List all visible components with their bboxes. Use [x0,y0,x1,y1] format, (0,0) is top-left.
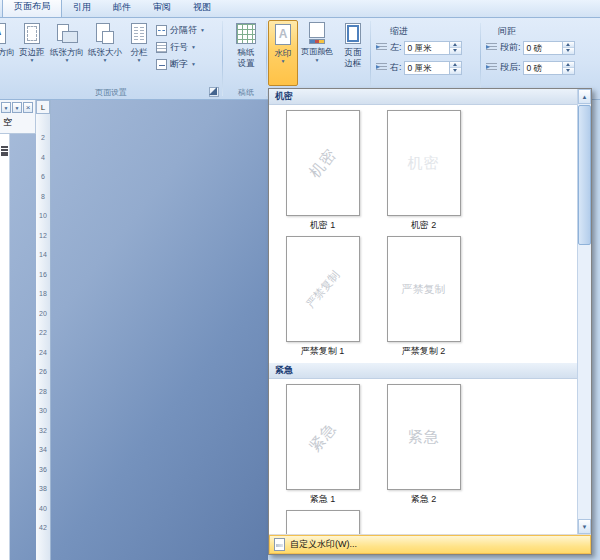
ruler-number: 30 [36,401,50,421]
tab-review[interactable]: 审阅 [142,0,182,17]
paper-size-label: 纸张大小 [88,47,122,57]
ruler-number: 16 [36,265,50,285]
group-page-background: A 水印 ▼ 页面颜色 ▼ 页面 边框 [268,18,372,99]
watermark-option[interactable]: 机密 机密 1 [272,110,373,232]
group-page-setup: A 文字方向 ▼ 页边距 ▼ 纸张方向 ▼ 纸张大小 ▼ [0,18,222,99]
gallery-scrollbar[interactable]: ▲ ▼ [577,89,591,534]
breaks-label: 分隔符 [170,24,197,37]
page-borders-label-2: 边框 [345,58,362,68]
dropdown-button[interactable]: ▼ [1,102,11,113]
ribbon-tab-bar: 页面布局 引用 邮件 审阅 视图 [0,0,600,18]
ruler-number: 42 [36,518,50,538]
group-paragraph: 缩进 左: 0 厘米 右: 0 厘米 间距 [374,18,592,99]
indent-right-value[interactable]: 0 厘米 [405,62,449,74]
breaks-button[interactable]: 分隔符 ▼ [156,23,205,38]
margins-button[interactable]: 页边距 ▼ [16,20,48,86]
task-pane-item[interactable]: 空 [3,116,35,129]
page-color-label: 页面颜色 [301,47,333,57]
close-icon[interactable]: × [23,102,33,113]
hyphenation-button[interactable]: 断字 ▼ [156,57,205,72]
paper-size-icon [93,22,117,46]
scroll-up-button[interactable]: ▲ [578,89,591,104]
indent-right-label: 右: [390,61,402,74]
ruler-number: 6 [36,167,50,187]
gallery-section-header-confidential: 机密 [269,89,577,105]
watermark-gallery: 机密 机密 机密 1 机密 机密 2 严禁复制 [268,88,592,555]
watermark-button[interactable]: A 水印 ▼ [268,20,298,86]
hyphenation-label: 断字 [170,58,188,71]
dropdown-button[interactable]: ▼ [12,102,22,113]
text-direction-label: 文字方向 [0,47,15,57]
spin-down-button[interactable] [450,47,461,54]
indent-heading: 缩进 [390,25,408,38]
tab-selector[interactable]: L [36,100,50,114]
page-color-button[interactable]: 页面颜色 ▼ [298,20,336,86]
indent-right-spinner[interactable]: 0 厘米 [404,61,462,75]
columns-icon [127,22,151,46]
ruler-number: 40 [36,499,50,519]
spinner-buttons[interactable] [449,62,461,74]
spacing-after-spinner[interactable]: 0 磅 [523,61,575,75]
paper-size-button[interactable]: 纸张大小 ▼ [86,20,124,86]
ruler-number: 18 [36,284,50,304]
ruler-number: 12 [36,226,50,246]
spinner-buttons[interactable] [449,42,461,54]
watermark-text: 紧急 [408,428,440,447]
spacing-after-icon [486,63,497,72]
page-borders-icon [341,22,365,46]
scroll-down-button[interactable]: ▼ [578,519,591,534]
text-direction-button[interactable]: A 文字方向 ▼ [0,20,16,86]
page-borders-button[interactable]: 页面 边框 [336,20,370,86]
gallery-section-header-urgent: 紧急 [269,363,577,379]
page-setup-dialog-launcher[interactable] [209,87,219,97]
watermark-text: 紧急 [305,419,340,456]
watermark-option-label: 紧急 2 [411,493,437,506]
tab-page-layout[interactable]: 页面布局 [2,0,62,17]
watermark-option[interactable]: 严禁复制 严禁复制 1 [272,236,373,358]
spacing-before-spinner[interactable]: 0 磅 [523,41,575,55]
line-numbers-button[interactable]: 行号 ▼ [156,40,205,55]
ruler-number: 26 [36,362,50,382]
ruler-numbers: 24681012141618202224262830323436384042 [36,128,50,538]
ruler-number: 38 [36,479,50,499]
chevron-down-icon: ▼ [30,58,35,63]
spin-down-button[interactable] [450,67,461,74]
ruler-number: 36 [36,460,50,480]
watermark-option-label: 机密 1 [310,219,336,232]
watermark-thumbnail: 机密 [286,110,360,216]
ruler-number: 24 [36,343,50,363]
page-color-icon [305,22,329,46]
tab-references[interactable]: 引用 [62,0,102,17]
indent-left-spinner[interactable]: 0 厘米 [404,41,462,55]
chevron-down-icon: ▼ [103,58,108,63]
custom-watermark-item[interactable]: 自定义水印(W)... [269,534,591,554]
tab-view[interactable]: 视图 [182,0,222,17]
ruler-number: 14 [36,245,50,265]
spacing-after-value[interactable]: 0 磅 [524,62,562,74]
scrollbar-thumb[interactable] [578,105,591,245]
spin-down-button[interactable] [563,47,574,54]
indent-left-value[interactable]: 0 厘米 [405,42,449,54]
group-label-paper: 稿纸 [224,87,268,98]
text-direction-icon: A [0,22,10,46]
group-paper: 稿纸 设置 稿纸 [224,18,268,99]
watermark-option[interactable]: 机密 机密 2 [373,110,474,232]
orientation-button[interactable]: 纸张方向 ▼ [48,20,86,86]
watermark-option[interactable]: 紧急 紧急 2 [373,384,474,506]
spacing-before-value[interactable]: 0 磅 [524,42,562,54]
columns-button[interactable]: 分栏 ▼ [124,20,154,86]
spin-down-button[interactable] [563,67,574,74]
watermark-option[interactable]: 尽快 尽快 1 [272,510,373,534]
grid-settings-button[interactable]: 稿纸 设置 [226,20,266,86]
tab-mailings[interactable]: 邮件 [102,0,142,17]
grid-settings-label-1: 稿纸 [238,47,255,57]
watermark-option[interactable]: 紧急 紧急 1 [272,384,373,506]
spinner-buttons[interactable] [562,62,574,74]
page-setup-small-buttons: 分隔符 ▼ 行号 ▼ 断字 ▼ [156,23,205,74]
spinner-buttons[interactable] [562,42,574,54]
task-pane-header: ▼▼× 空 [0,100,36,134]
watermark-thumbnail: 尽快 [286,510,360,534]
watermark-option[interactable]: 严禁复制 严禁复制 2 [373,236,474,358]
watermark-option-label: 严禁复制 1 [301,345,345,358]
watermark-icon: A [271,23,295,47]
